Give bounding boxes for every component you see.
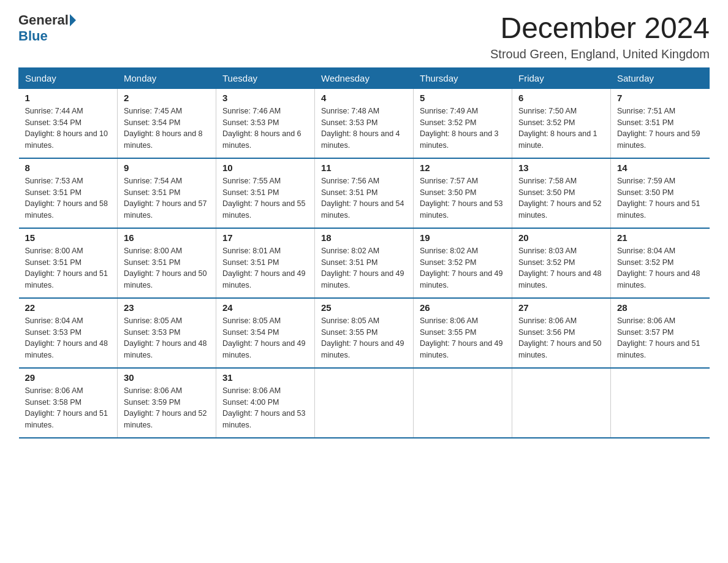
day-number: 9 xyxy=(124,163,210,173)
day-info: Sunrise: 8:06 AMSunset: 3:58 PMDaylight:… xyxy=(25,385,112,431)
logo-arrow-icon xyxy=(70,14,76,26)
day-number: 14 xyxy=(617,163,703,173)
calendar-cell: 29Sunrise: 8:06 AMSunset: 3:58 PMDayligh… xyxy=(19,368,118,438)
day-info: Sunrise: 8:02 AMSunset: 3:51 PMDaylight:… xyxy=(321,245,407,291)
day-info: Sunrise: 7:58 AMSunset: 3:50 PMDaylight:… xyxy=(518,175,604,221)
calendar-week-2: 8Sunrise: 7:53 AMSunset: 3:51 PMDaylight… xyxy=(19,158,710,228)
day-number: 19 xyxy=(420,232,506,243)
day-number: 10 xyxy=(222,163,308,173)
calendar-cell xyxy=(414,368,512,438)
calendar-cell: 11Sunrise: 7:56 AMSunset: 3:51 PMDayligh… xyxy=(315,158,414,228)
day-number: 24 xyxy=(222,302,308,313)
day-info: Sunrise: 8:02 AMSunset: 3:52 PMDaylight:… xyxy=(420,245,506,291)
calendar-cell: 28Sunrise: 8:06 AMSunset: 3:57 PMDayligh… xyxy=(611,298,710,368)
logo-blue-text: Blue xyxy=(18,28,48,44)
header-friday: Friday xyxy=(512,67,611,88)
day-number: 7 xyxy=(617,93,703,103)
calendar-cell: 10Sunrise: 7:55 AMSunset: 3:51 PMDayligh… xyxy=(216,158,315,228)
page-header: General Blue December 2024 Stroud Green,… xyxy=(18,12,710,61)
day-info: Sunrise: 7:57 AMSunset: 3:50 PMDaylight:… xyxy=(420,175,506,221)
day-number: 30 xyxy=(124,372,210,383)
day-info: Sunrise: 8:06 AMSunset: 3:57 PMDaylight:… xyxy=(617,315,703,361)
calendar-cell: 1Sunrise: 7:44 AMSunset: 3:54 PMDaylight… xyxy=(19,88,118,158)
day-info: Sunrise: 7:51 AMSunset: 3:51 PMDaylight:… xyxy=(617,105,703,151)
calendar-cell: 30Sunrise: 8:06 AMSunset: 3:59 PMDayligh… xyxy=(118,368,216,438)
day-info: Sunrise: 8:03 AMSunset: 3:52 PMDaylight:… xyxy=(518,245,604,291)
calendar-table: Sunday Monday Tuesday Wednesday Thursday… xyxy=(18,67,710,439)
calendar-header: Sunday Monday Tuesday Wednesday Thursday… xyxy=(19,67,710,88)
day-info: Sunrise: 7:46 AMSunset: 3:53 PMDaylight:… xyxy=(222,105,308,151)
day-number: 13 xyxy=(518,163,604,173)
calendar-cell: 16Sunrise: 8:00 AMSunset: 3:51 PMDayligh… xyxy=(118,228,216,298)
calendar-cell: 12Sunrise: 7:57 AMSunset: 3:50 PMDayligh… xyxy=(414,158,512,228)
day-info: Sunrise: 8:05 AMSunset: 3:54 PMDaylight:… xyxy=(222,315,308,361)
day-info: Sunrise: 8:04 AMSunset: 3:52 PMDaylight:… xyxy=(617,245,703,291)
calendar-week-5: 29Sunrise: 8:06 AMSunset: 3:58 PMDayligh… xyxy=(19,368,710,438)
day-number: 31 xyxy=(222,372,308,383)
calendar-cell: 20Sunrise: 8:03 AMSunset: 3:52 PMDayligh… xyxy=(512,228,611,298)
day-info: Sunrise: 7:59 AMSunset: 3:50 PMDaylight:… xyxy=(617,175,703,221)
day-number: 27 xyxy=(518,302,604,313)
calendar-cell: 9Sunrise: 7:54 AMSunset: 3:51 PMDaylight… xyxy=(118,158,216,228)
header-thursday: Thursday xyxy=(414,67,512,88)
calendar-week-1: 1Sunrise: 7:44 AMSunset: 3:54 PMDaylight… xyxy=(19,88,710,158)
day-info: Sunrise: 8:04 AMSunset: 3:53 PMDaylight:… xyxy=(25,315,112,361)
calendar-cell: 5Sunrise: 7:49 AMSunset: 3:52 PMDaylight… xyxy=(414,88,512,158)
day-info: Sunrise: 8:06 AMSunset: 3:55 PMDaylight:… xyxy=(420,315,506,361)
calendar-cell: 13Sunrise: 7:58 AMSunset: 3:50 PMDayligh… xyxy=(512,158,611,228)
calendar-cell xyxy=(512,368,611,438)
calendar-cell: 4Sunrise: 7:48 AMSunset: 3:53 PMDaylight… xyxy=(315,88,414,158)
day-number: 3 xyxy=(222,93,308,103)
day-info: Sunrise: 8:01 AMSunset: 3:51 PMDaylight:… xyxy=(222,245,308,291)
day-info: Sunrise: 8:05 AMSunset: 3:55 PMDaylight:… xyxy=(321,315,407,361)
title-section: December 2024 Stroud Green, England, Uni… xyxy=(490,12,710,61)
calendar-cell: 24Sunrise: 8:05 AMSunset: 3:54 PMDayligh… xyxy=(216,298,315,368)
day-info: Sunrise: 8:06 AMSunset: 3:56 PMDaylight:… xyxy=(518,315,604,361)
calendar-cell: 14Sunrise: 7:59 AMSunset: 3:50 PMDayligh… xyxy=(611,158,710,228)
day-info: Sunrise: 7:44 AMSunset: 3:54 PMDaylight:… xyxy=(25,105,112,151)
day-number: 22 xyxy=(25,302,112,313)
header-wednesday: Wednesday xyxy=(315,67,414,88)
day-number: 6 xyxy=(518,93,604,103)
day-info: Sunrise: 7:49 AMSunset: 3:52 PMDaylight:… xyxy=(420,105,506,151)
calendar-cell: 19Sunrise: 8:02 AMSunset: 3:52 PMDayligh… xyxy=(414,228,512,298)
day-info: Sunrise: 7:56 AMSunset: 3:51 PMDaylight:… xyxy=(321,175,407,221)
day-number: 8 xyxy=(25,163,112,173)
day-info: Sunrise: 8:00 AMSunset: 3:51 PMDaylight:… xyxy=(124,245,210,291)
calendar-body: 1Sunrise: 7:44 AMSunset: 3:54 PMDaylight… xyxy=(19,88,710,438)
calendar-cell: 8Sunrise: 7:53 AMSunset: 3:51 PMDaylight… xyxy=(19,158,118,228)
calendar-cell: 2Sunrise: 7:45 AMSunset: 3:54 PMDaylight… xyxy=(118,88,216,158)
day-number: 25 xyxy=(321,302,407,313)
day-number: 18 xyxy=(321,232,407,243)
calendar-cell: 7Sunrise: 7:51 AMSunset: 3:51 PMDaylight… xyxy=(611,88,710,158)
header-tuesday: Tuesday xyxy=(216,67,315,88)
day-info: Sunrise: 8:05 AMSunset: 3:53 PMDaylight:… xyxy=(124,315,210,361)
month-title: December 2024 xyxy=(490,12,710,45)
calendar-week-4: 22Sunrise: 8:04 AMSunset: 3:53 PMDayligh… xyxy=(19,298,710,368)
day-info: Sunrise: 7:48 AMSunset: 3:53 PMDaylight:… xyxy=(321,105,407,151)
day-number: 5 xyxy=(420,93,506,103)
day-number: 2 xyxy=(124,93,210,103)
day-info: Sunrise: 8:06 AMSunset: 3:59 PMDaylight:… xyxy=(124,385,210,431)
day-number: 29 xyxy=(25,372,112,383)
day-number: 1 xyxy=(25,93,112,103)
day-number: 20 xyxy=(518,232,604,243)
calendar-cell: 25Sunrise: 8:05 AMSunset: 3:55 PMDayligh… xyxy=(315,298,414,368)
day-number: 15 xyxy=(25,232,112,243)
header-monday: Monday xyxy=(118,67,216,88)
day-info: Sunrise: 7:55 AMSunset: 3:51 PMDaylight:… xyxy=(222,175,308,221)
day-info: Sunrise: 8:06 AMSunset: 4:00 PMDaylight:… xyxy=(222,385,308,431)
calendar-cell: 15Sunrise: 8:00 AMSunset: 3:51 PMDayligh… xyxy=(19,228,118,298)
day-info: Sunrise: 7:53 AMSunset: 3:51 PMDaylight:… xyxy=(25,175,112,221)
day-number: 16 xyxy=(124,232,210,243)
day-info: Sunrise: 7:45 AMSunset: 3:54 PMDaylight:… xyxy=(124,105,210,151)
day-info: Sunrise: 7:54 AMSunset: 3:51 PMDaylight:… xyxy=(124,175,210,221)
day-number: 26 xyxy=(420,302,506,313)
header-row: Sunday Monday Tuesday Wednesday Thursday… xyxy=(19,67,710,88)
location-text: Stroud Green, England, United Kingdom xyxy=(490,47,710,61)
calendar-cell: 21Sunrise: 8:04 AMSunset: 3:52 PMDayligh… xyxy=(611,228,710,298)
header-saturday: Saturday xyxy=(611,67,710,88)
day-number: 21 xyxy=(617,232,703,243)
day-info: Sunrise: 7:50 AMSunset: 3:52 PMDaylight:… xyxy=(518,105,604,151)
calendar-cell: 23Sunrise: 8:05 AMSunset: 3:53 PMDayligh… xyxy=(118,298,216,368)
